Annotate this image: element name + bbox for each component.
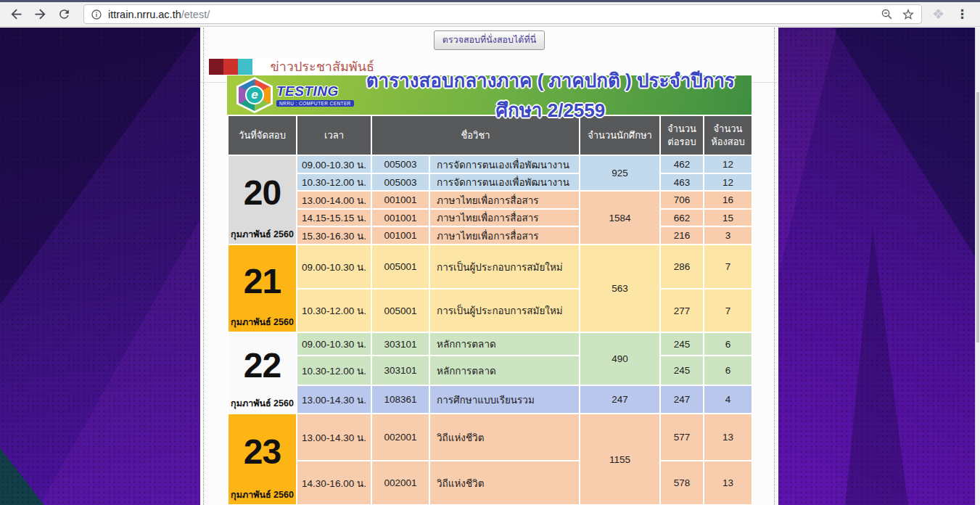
bg-facet bbox=[778, 28, 975, 505]
per-round-cell: 216 bbox=[660, 226, 704, 245]
students-cell: 1584 bbox=[580, 191, 660, 245]
table-row: 14.30-16.00 น.002001วิถีแห่งชีวิต57813 bbox=[228, 461, 752, 505]
subject-cell: การเป็นผู้ประกอบการสมัยใหม่ bbox=[429, 289, 580, 332]
date-day: 23 bbox=[228, 435, 296, 469]
browser-menu-icon[interactable]: ⋮ bbox=[952, 7, 973, 22]
subject-cell: การจัดการตนเองเพื่อพัฒนางาน bbox=[429, 155, 580, 173]
col-date: วันที่จัดสอบ bbox=[228, 115, 297, 155]
per-round-cell: 247 bbox=[660, 385, 704, 414]
scrollbar-thumb[interactable] bbox=[976, 92, 979, 342]
per-round-cell: 245 bbox=[660, 356, 704, 385]
time-cell: 15.30-16.30 น. bbox=[297, 226, 371, 245]
per-round-cell: 662 bbox=[660, 209, 704, 226]
exam-table-body: 20กุมภาพันธ์ 256009.00-10.30 น.005003การ… bbox=[228, 155, 752, 505]
reload-button[interactable] bbox=[55, 6, 73, 23]
seat-check-row: ตรวจสอบที่นั่งสอบได้ที่นี่ bbox=[200, 28, 778, 50]
course-code-cell: 001001 bbox=[371, 191, 429, 209]
forward-button[interactable] bbox=[31, 6, 49, 23]
time-cell: 09.00-10.30 น. bbox=[297, 332, 371, 356]
bg-facet bbox=[0, 28, 200, 505]
rooms-cell: 13 bbox=[704, 461, 752, 505]
news-square bbox=[238, 59, 252, 75]
table-row: 13.00-14.00 น.001001ภาษาไทยเพื่อการสื่อส… bbox=[228, 191, 752, 209]
time-cell: 13.00-14.00 น. bbox=[297, 191, 371, 209]
rooms-cell: 6 bbox=[704, 332, 752, 356]
date-day: 21 bbox=[228, 264, 296, 299]
time-cell: 13.00-14.30 น. bbox=[297, 385, 371, 414]
per-round-cell: 706 bbox=[660, 191, 704, 209]
table-row: 20กุมภาพันธ์ 256009.00-10.30 น.005003การ… bbox=[228, 155, 752, 173]
table-row: 10.30-12.00 น.303101หลักการตลาด2456 bbox=[228, 356, 752, 385]
students-cell: 490 bbox=[580, 332, 660, 385]
per-round-cell: 462 bbox=[660, 155, 704, 173]
rooms-cell: 12 bbox=[704, 173, 752, 191]
course-code-cell: 303101 bbox=[371, 332, 429, 356]
etesting-logo: e TESTING NRRU : COMPUTER CENTER bbox=[236, 77, 354, 113]
web-page: ตรวจสอบที่นั่งสอบได้ที่นี่ ข่าวประชาสัมพ… bbox=[0, 28, 980, 505]
news-header: ข่าวประชาสัมพันธ์ bbox=[209, 58, 374, 75]
date-month: กุมภาพันธ์ 2560 bbox=[228, 227, 296, 242]
browser-window: ittrain.nrru.ac.th/etest/ ❖ ⋮ ตรวจสอบที่… bbox=[0, 0, 980, 505]
date-month: กุมภาพันธ์ 2560 bbox=[228, 488, 296, 502]
page-scrollbar[interactable] bbox=[975, 28, 980, 505]
rooms-cell: 15 bbox=[704, 209, 752, 226]
rooms-cell: 16 bbox=[704, 191, 752, 209]
rooms-cell: 7 bbox=[704, 289, 752, 332]
course-code-cell: 005003 bbox=[371, 173, 429, 191]
back-button[interactable] bbox=[7, 6, 25, 23]
course-code-cell: 303101 bbox=[371, 356, 429, 385]
date-day: 20 bbox=[228, 176, 296, 210]
table-row: 23กุมภาพันธ์ 256013.00-14.30 น.002001วิถ… bbox=[228, 414, 752, 461]
exam-schedule: e TESTING NRRU : COMPUTER CENTER ตารางสอ… bbox=[227, 75, 752, 505]
seat-check-button[interactable]: ตรวจสอบที่นั่งสอบได้ที่นี่ bbox=[434, 30, 545, 50]
zoom-icon[interactable] bbox=[881, 8, 893, 20]
course-code-cell: 005001 bbox=[371, 289, 429, 332]
time-cell: 14.15-15.15 น. bbox=[297, 209, 371, 226]
logo-brand: TESTING bbox=[276, 83, 354, 99]
bookmark-star-icon[interactable] bbox=[902, 8, 915, 21]
address-bar[interactable]: ittrain.nrru.ac.th/etest/ bbox=[83, 4, 922, 24]
exam-table: วันที่จัดสอบ เวลา ชื่อวิชา จำนวนนักศึกษา… bbox=[227, 115, 753, 505]
logo-text: TESTING NRRU : COMPUTER CENTER bbox=[276, 83, 354, 107]
exam-date-cell: 21กุมภาพันธ์ 2560 bbox=[228, 245, 297, 332]
table-row: 10.30-12.00 น.005001การเป็นผู้ประกอบการส… bbox=[228, 289, 752, 332]
page-info-icon[interactable] bbox=[91, 9, 102, 20]
course-code-cell: 001001 bbox=[371, 209, 429, 226]
per-round-cell: 463 bbox=[660, 173, 704, 191]
course-code-cell: 108361 bbox=[371, 385, 429, 414]
date-day: 22 bbox=[228, 348, 296, 383]
date-month: กุมภาพันธ์ 2560 bbox=[228, 315, 296, 329]
subject-cell: การศึกษาแบบเรียนรวม bbox=[429, 385, 580, 414]
course-code-cell: 002001 bbox=[371, 461, 429, 505]
schedule-title-bar: e TESTING NRRU : COMPUTER CENTER ตารางสอ… bbox=[227, 75, 752, 115]
rooms-cell: 12 bbox=[704, 155, 752, 173]
background-right bbox=[778, 28, 975, 505]
time-cell: 13.00-14.30 น. bbox=[297, 414, 371, 461]
exam-date-cell: 22กุมภาพันธ์ 2560 bbox=[228, 332, 297, 414]
per-round-cell: 577 bbox=[660, 414, 704, 461]
url-text: ittrain.nrru.ac.th/etest/ bbox=[108, 9, 210, 20]
exam-date-cell: 20กุมภาพันธ์ 2560 bbox=[228, 155, 297, 245]
course-code-cell: 005003 bbox=[371, 155, 429, 173]
course-code-cell: 001001 bbox=[371, 226, 429, 245]
bg-facet bbox=[778, 28, 975, 505]
table-row: 21กุมภาพันธ์ 256009.00-10.30 น.005001การ… bbox=[228, 245, 752, 289]
students-cell: 563 bbox=[580, 245, 660, 332]
per-round-cell: 578 bbox=[660, 461, 704, 505]
subject-cell: ภาษาไทยเพื่อการสื่อสาร bbox=[429, 191, 580, 209]
dropbox-extension-icon[interactable]: ❖ bbox=[932, 6, 944, 22]
bg-facet bbox=[0, 28, 200, 505]
subject-cell: หลักการตลาด bbox=[429, 356, 580, 385]
time-cell: 09.00-10.30 น. bbox=[297, 245, 371, 289]
time-cell: 09.00-10.30 น. bbox=[297, 155, 371, 173]
rooms-cell: 4 bbox=[704, 385, 752, 414]
rooms-cell: 7 bbox=[704, 245, 752, 289]
date-month: กุมภาพันธ์ 2560 bbox=[228, 396, 296, 411]
subject-cell: การเป็นผู้ประกอบการสมัยใหม่ bbox=[429, 245, 580, 289]
rooms-cell: 6 bbox=[704, 356, 752, 385]
subject-cell: วิถีแห่งชีวิต bbox=[429, 414, 580, 461]
table-row: 14.15-15.15 น.001001ภาษาไทยเพื่อการสื่อส… bbox=[228, 209, 752, 226]
per-round-cell: 245 bbox=[660, 332, 704, 356]
logo-letter: e bbox=[245, 86, 264, 104]
exam-date-cell: 23กุมภาพันธ์ 2560 bbox=[228, 414, 297, 505]
